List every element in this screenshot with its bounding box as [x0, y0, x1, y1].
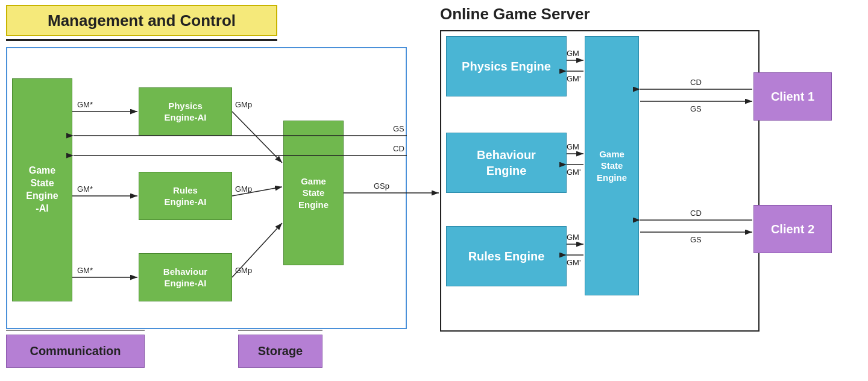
- diagram: Management and Control GameStateEngine-A…: [0, 0, 868, 381]
- client2-box: Client 2: [753, 205, 832, 253]
- mgmt-title-box: Management and Control: [6, 5, 277, 36]
- gse-ai-box: GameStateEngine-AI: [12, 78, 72, 301]
- physics-ai-label: PhysicsEngine-AI: [165, 100, 207, 124]
- gse-right-box: GameStateEngine: [283, 121, 344, 265]
- rules-ai-box: RulesEngine-AI: [139, 172, 232, 220]
- behaviour-ai-label: BehaviourEngine-AI: [163, 266, 207, 289]
- mgmt-divider: [6, 39, 277, 41]
- physics-ogs-label: Physics Engine: [462, 58, 551, 74]
- storage-label: Storage: [258, 344, 303, 358]
- behaviour-ogs-label: BehaviourEngine: [477, 147, 536, 178]
- physics-ogs-box: Physics Engine: [446, 36, 567, 96]
- gse-right-label: GameStateEngine: [298, 175, 329, 211]
- client2-label: Client 2: [771, 222, 814, 236]
- client1-label: Client 1: [771, 90, 814, 104]
- behaviour-ai-box: BehaviourEngine-AI: [139, 253, 232, 301]
- storage-box: Storage: [238, 335, 322, 368]
- client1-box: Client 1: [753, 72, 832, 121]
- physics-ai-box: PhysicsEngine-AI: [139, 87, 232, 136]
- rules-ai-label: RulesEngine-AI: [165, 184, 207, 208]
- communication-label: Communication: [30, 344, 121, 358]
- gse-ogs-label: GameStateEngine: [597, 148, 627, 184]
- behaviour-ogs-box: BehaviourEngine: [446, 133, 567, 193]
- communication-box: Communication: [6, 335, 145, 368]
- gse-ai-label: GameStateEngine-AI: [26, 165, 58, 215]
- gse-ogs-box: GameStateEngine: [585, 36, 639, 295]
- rules-ogs-label: Rules Engine: [468, 248, 545, 264]
- rules-ogs-box: Rules Engine: [446, 226, 567, 286]
- mgmt-title: Management and Control: [48, 11, 236, 30]
- ogs-title: Online Game Server: [440, 5, 590, 24]
